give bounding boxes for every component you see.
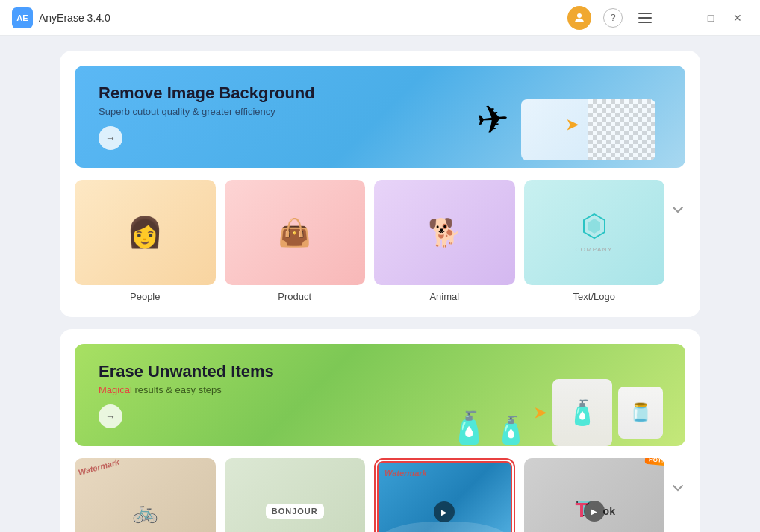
maximize-button[interactable]: □	[700, 7, 721, 28]
animal-thumb: 🐕	[374, 180, 515, 285]
category-grid: 👩 People 👜 Product 🐕	[75, 180, 664, 302]
svg-marker-5	[588, 219, 600, 234]
erase-grid: 🚲 Watermark Watermark BONJOUR Text	[75, 458, 664, 532]
help-icon[interactable]: ?	[603, 8, 623, 28]
svg-point-0	[577, 13, 582, 18]
menu-icon[interactable]	[635, 7, 655, 28]
category-section: 👩 People 👜 Product 🐕	[75, 180, 685, 302]
people-thumb: 👩	[75, 180, 216, 285]
category-people-label: People	[130, 291, 160, 302]
tiktok-thumb: T T T ok ▶ HOT!	[524, 458, 665, 532]
category-animal-label: Animal	[429, 291, 459, 302]
text-thumb: BONJOUR	[225, 458, 366, 532]
erase-grid-section: 🚲 Watermark Watermark BONJOUR Text	[75, 458, 685, 532]
erase-text[interactable]: BONJOUR Text	[225, 458, 366, 532]
expand-categories-button[interactable]	[670, 202, 685, 221]
video-thumb: Watermark ▶ 🏄	[377, 461, 512, 532]
remove-background-section: Remove Image Background Superb cutout qu…	[60, 51, 700, 317]
erase-tiktok[interactable]: T T T ok ▶ HOT!	[524, 458, 665, 532]
banner-arrow[interactable]: →	[99, 126, 122, 150]
avatar-icon[interactable]	[567, 6, 591, 30]
title-bar-left: AE AnyErase 3.4.0	[12, 7, 110, 28]
erase-video-watermark[interactable]: Watermark ▶ 🏄 Video Watermark	[374, 458, 515, 532]
app-logo: AE	[12, 7, 33, 28]
window-controls: — □ ✕	[673, 7, 748, 28]
erase-items-section: Erase Unwanted Items Magical results & e…	[60, 329, 700, 532]
product-thumb: 👜	[225, 180, 366, 285]
svg-rect-2	[638, 17, 652, 19]
minimize-button[interactable]: —	[673, 7, 694, 28]
category-product-label: Product	[278, 291, 311, 302]
main-content: Remove Image Background Superb cutout qu…	[0, 36, 760, 532]
close-button[interactable]: ✕	[727, 7, 748, 28]
category-textlogo[interactable]: COMPANY Text/Logo	[524, 180, 665, 302]
watermark-thumb: 🚲 Watermark	[75, 458, 216, 532]
expand-erase-button[interactable]	[670, 481, 685, 499]
erase-banner-arrow[interactable]: →	[99, 404, 122, 428]
svg-rect-3	[638, 22, 652, 23]
svg-rect-1	[638, 13, 652, 14]
category-textlogo-label: Text/Logo	[573, 291, 615, 302]
erase-watermark[interactable]: 🚲 Watermark Watermark	[75, 458, 216, 532]
textlogo-thumb: COMPANY	[524, 180, 665, 285]
category-product[interactable]: 👜 Product	[225, 180, 366, 302]
title-bar-right: ? — □ ✕	[567, 6, 748, 30]
erase-banner[interactable]: Erase Unwanted Items Magical results & e…	[75, 344, 685, 446]
category-animal[interactable]: 🐕 Animal	[374, 180, 515, 302]
app-name: AnyErase 3.4.0	[39, 12, 110, 24]
expand-col-bg[interactable]	[670, 180, 685, 221]
remove-bg-banner[interactable]: Remove Image Background Superb cutout qu…	[75, 66, 685, 168]
expand-col-erase[interactable]	[670, 458, 685, 499]
title-bar: AE AnyErase 3.4.0 ? — □ ✕	[0, 0, 760, 36]
category-people[interactable]: 👩 People	[75, 180, 216, 302]
